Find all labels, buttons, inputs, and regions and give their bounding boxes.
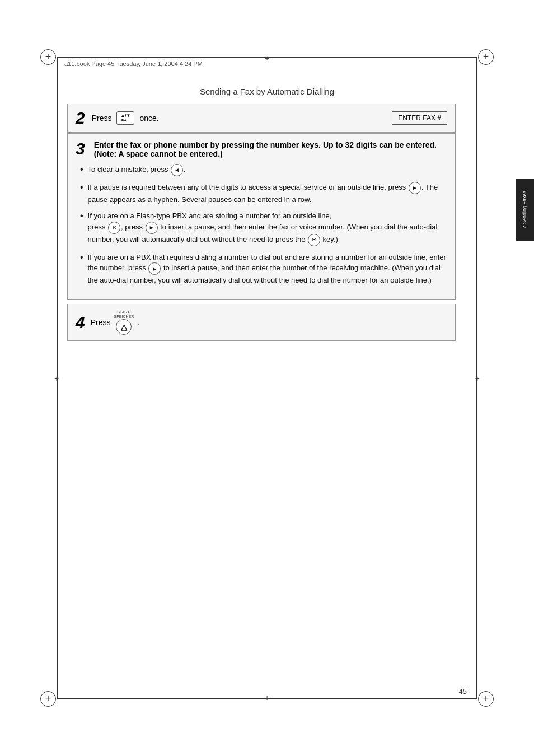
step2-key-icon: ▲/▼R/A [116,111,134,125]
step3-title: Enter the fax or phone number by pressin… [94,140,447,158]
step2-box: 2 Press ▲/▼R/A once. ENTER FAX # [67,104,456,133]
corner-mark-top-right [478,49,494,65]
pause-key-icon2: ► [146,222,158,234]
r-key-icon: R [108,222,120,234]
step2-number: 2 [76,110,85,126]
cross-mark-top: + [265,54,269,63]
step2-press-label: Press [92,114,112,123]
cross-mark-left: + [54,374,59,383]
pause-key-icon3: ► [148,262,161,275]
start-speicher-container: START/ SPEICHER △ [114,310,134,335]
step3-number: 3 [76,140,85,157]
pause-key-icon: ► [409,182,421,194]
bullet-item-4: If you are on a PBX that requires dialin… [80,252,447,286]
start-key-icon: △ [116,319,132,335]
step3-box: 3 Enter the fax or phone number by press… [67,134,456,300]
cross-mark-right: + [475,374,480,383]
enter-fax-box: ENTER FAX # [392,111,447,125]
side-tab: 2 Sending Faxes [516,179,534,241]
header-info: a11.book Page 45 Tuesday, June 1, 2004 4… [64,60,203,67]
step4-press-label: Press [91,318,111,327]
bullet-item-2: If a pause is required between any of th… [80,182,447,205]
clear-key-icon: ◄ [171,164,183,176]
step4-box: 4 Press START/ SPEICHER △ . [67,304,456,341]
cross-mark-bottom: + [265,693,269,702]
start-speicher-label: START/ SPEICHER [114,310,134,320]
page-title: Sending a Fax by Automatic Dialling [0,87,534,96]
step4-period: . [137,318,139,327]
bullet-item-1: To clear a mistake, press ◄. [80,164,447,176]
side-tab-text: 2 Sending Faxes [522,191,528,229]
corner-mark-bottom-right [478,691,494,707]
page: + + + + a11.book Page 45 Tuesday, June 1… [0,0,534,756]
corner-mark-top-left [40,49,56,65]
page-number: 45 [459,687,467,696]
r-key-icon2: R [308,234,320,246]
main-content: 2 Press ▲/▼R/A once. ENTER FAX # 3 Enter… [67,104,456,341]
step4-number: 4 [76,314,85,331]
corner-mark-bottom-left [40,691,56,707]
step2-once-label: once. [139,114,158,123]
step3-bullet-list: To clear a mistake, press ◄. If a pause … [76,164,447,286]
bullet-item-3: If you are on a Flash-type PBX and are s… [80,210,447,246]
